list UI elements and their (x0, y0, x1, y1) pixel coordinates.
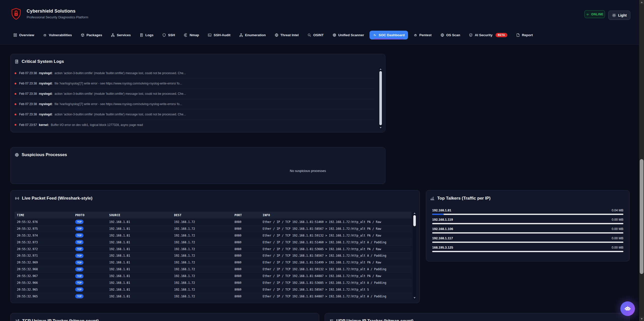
terminal-icon (208, 33, 212, 37)
nav-tab-label: OSINT (313, 33, 324, 37)
nav-tab-label: Overview (19, 33, 34, 37)
logs-scrollbar[interactable] (379, 68, 382, 129)
talker-entry: 192.168.1.1170.00 MB (432, 236, 623, 243)
talker-bar (432, 223, 623, 224)
nav-tab-label: SOC Dashboard (379, 33, 405, 37)
log-time: Feb 07 23:38 (19, 92, 37, 96)
page-scrollbar[interactable] (639, 0, 644, 321)
sun-icon (612, 13, 616, 17)
brand: Cybershield Solutions Professional Secur… (11, 8, 88, 20)
log-entry: Feb 07 23:57kernel:Buffer I/O error on d… (15, 120, 374, 130)
scroll-down-arrow-icon[interactable] (380, 127, 382, 128)
critical-dot-icon (15, 72, 16, 74)
talker-bar (432, 232, 623, 234)
packet-dest: 192.168.1.72 (174, 247, 234, 251)
log-source: rsyslogd: (39, 71, 53, 75)
page-scroll-down-button[interactable] (639, 317, 644, 321)
nav-tab-nmap[interactable]: Nmap (181, 31, 203, 39)
packet-proto: TCP (75, 247, 109, 251)
packet-feed-scrollbar-thumb[interactable] (413, 215, 416, 226)
packet-proto: TCP (75, 287, 109, 292)
packet-time: 20:55:32.968 (15, 267, 75, 271)
proto-badge: TCP (75, 226, 84, 231)
nav-tab-pentest[interactable]: Pentest (410, 31, 435, 39)
scroll-down-arrow-icon[interactable] (414, 297, 416, 299)
column-header-source: SOURCE (109, 213, 174, 217)
packet-dest: 192.168.1.72 (174, 267, 234, 271)
scroll-up-arrow-icon[interactable] (414, 212, 416, 214)
packet-info: Ether / IP / TCP 192.168.1.81:64887 > 19… (263, 274, 412, 278)
nav-tab-unified-scanner[interactable]: Unified Scanner (329, 31, 368, 39)
log-message: file '/var/log/syslog'[7] write error - … (55, 102, 182, 106)
nav-tab-threat-intel[interactable]: Threat Intel (271, 31, 302, 39)
package-icon (81, 33, 85, 37)
shield-check-icon (469, 33, 473, 37)
packet-info: Ether / IP / TCP 192.168.1.81:53685 > 19… (263, 247, 412, 251)
log-message: file '/var/log/syslog'[7] write error - … (55, 82, 182, 85)
packet-port: 8080 (234, 281, 263, 285)
talker-bar (432, 242, 623, 243)
nav-tab-services[interactable]: Services (108, 31, 134, 39)
log-entry: Feb 07 23:38rsyslogd:action 'action-3-bu… (15, 89, 374, 99)
proto-badge: TCP (75, 267, 84, 271)
packet-feed-table: TIMEPROTOSOURCEDESTPORTINFO20:55:32.976T… (15, 212, 412, 300)
globe-icon (440, 33, 444, 37)
nav-tab-soc-dashboard[interactable]: SOC Dashboard (370, 31, 408, 39)
bar-chart-icon (430, 196, 435, 201)
tcp-tracker-header: TCP Unique IP Tracker (bitmap count) (11, 313, 319, 321)
logs-icon (140, 33, 143, 37)
log-source: rsyslogd: (39, 82, 53, 85)
page-scroll-up-button[interactable] (639, 0, 644, 4)
broadcast-icon (15, 196, 19, 201)
theme-toggle-button[interactable]: Light (608, 11, 630, 20)
nav-tab-vulnerabilities[interactable]: Vulnerabilities (40, 31, 75, 39)
nav-tab-packages[interactable]: Packages (77, 31, 105, 39)
packet-source: 192.168.1.81 (109, 261, 174, 264)
column-header-dest: DEST (174, 213, 234, 217)
talker-value: 0.04 MB (612, 209, 623, 212)
packet-port: 8080 (234, 295, 263, 298)
page-scrollbar-thumb[interactable] (640, 159, 643, 274)
top-talkers-header: Top Talkers (Traffic per IP) (426, 190, 629, 203)
nav-tab-ai-security[interactable]: AI SecurityBETA (466, 30, 510, 40)
grid-icon (13, 33, 17, 37)
udp-tracker-panel: UDP Unique IP Tracker (bitmap count) (325, 313, 630, 321)
nav-tab-overview[interactable]: Overview (10, 31, 37, 39)
talker-bar-fill (432, 214, 444, 215)
packet-dest: 192.168.1.72 (174, 288, 234, 291)
talker-ip: 192.168.1.117 (432, 236, 453, 240)
packet-dest: 192.168.1.72 (174, 254, 234, 257)
ai-chat-button[interactable] (620, 301, 635, 316)
services-icon (111, 33, 115, 37)
packet-row: 20:55:32.965TCP192.168.1.81192.168.1.728… (15, 286, 412, 293)
theme-toggle-label: Light (618, 13, 627, 17)
nav-tab-report[interactable]: Report (513, 31, 536, 39)
packet-source: 192.168.1.81 (109, 234, 174, 237)
nav-tab-ssh[interactable]: SSH (159, 31, 178, 39)
nav-tab-osint[interactable]: OSINT (304, 31, 327, 39)
nav-tab-enumeration[interactable]: Enumeration (236, 31, 269, 39)
packet-info: Ether / IP / TCP 192.168.1.81:59132 > 19… (263, 267, 412, 271)
nav-tab-ssh-audit[interactable]: SSH-Audit (205, 31, 234, 39)
packet-row: 20:55:32.975TCP192.168.1.81192.168.1.728… (15, 225, 412, 232)
log-source: kernel: (39, 123, 49, 127)
packet-info: Ether / IP / TCP 192.168.1.81:51499 > 19… (263, 261, 412, 264)
proto-badge: TCP (75, 274, 84, 278)
nav-tab-logs[interactable]: Logs (136, 31, 157, 39)
talker-entry: 192.168.1.1060.00 MB (432, 227, 623, 234)
packet-info: Ether / IP / TCP 192.168.1.81:59132 > 19… (263, 234, 412, 237)
nav-tab-os-scan[interactable]: OS Scan (437, 31, 464, 39)
packet-port: 8080 (234, 254, 263, 257)
packet-feed-scrollbar[interactable] (413, 212, 416, 299)
nav-tab-label: Nmap (190, 33, 199, 37)
wifi-icon (586, 13, 589, 16)
packet-row: 20:55:32.974TCP192.168.1.81192.168.1.728… (15, 232, 412, 239)
suspicious-processes-header: Suspicious Processes (11, 147, 385, 162)
packet-source: 192.168.1.81 (109, 267, 174, 271)
shuffle-icon (15, 319, 20, 321)
online-status-label: ONLINE (591, 13, 603, 16)
scroll-up-arrow-icon[interactable] (380, 68, 382, 70)
column-header-info: INFO (263, 213, 412, 217)
packet-source: 192.168.1.81 (109, 288, 174, 291)
logs-scrollbar-thumb[interactable] (379, 71, 382, 125)
